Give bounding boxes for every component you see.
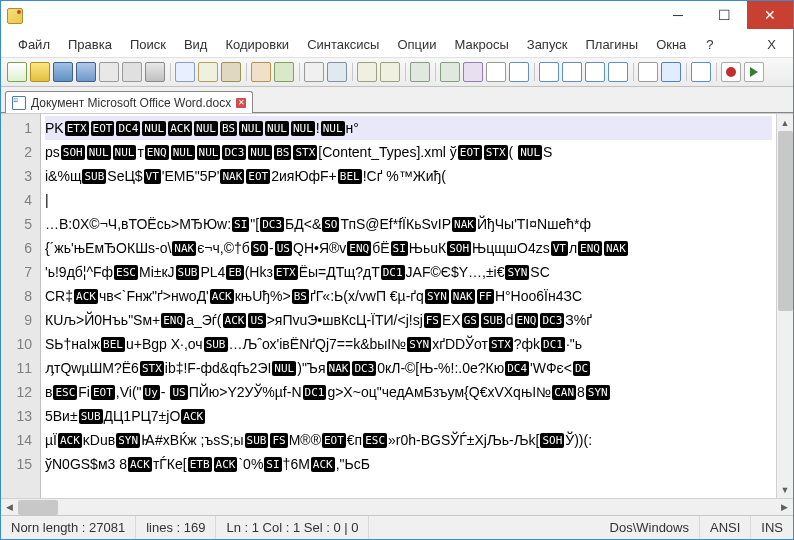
- record-macro-icon[interactable]: [721, 62, 741, 82]
- close-all-icon[interactable]: [122, 62, 142, 82]
- editor-line[interactable]: psSOHNULNULтENQNULNULDC3NULBSSTX[Content…: [45, 140, 772, 164]
- menu-close-doc[interactable]: X: [758, 34, 785, 55]
- monitor-icon[interactable]: [608, 62, 628, 82]
- editor-line[interactable]: |: [45, 188, 772, 212]
- line-number: 5: [1, 212, 40, 236]
- zoom-out-icon[interactable]: [380, 62, 400, 82]
- scroll-thumb[interactable]: [778, 131, 793, 311]
- scroll-down-icon[interactable]: ▼: [777, 481, 793, 498]
- new-file-icon[interactable]: [7, 62, 27, 82]
- tab-close-icon[interactable]: ✕: [236, 98, 246, 108]
- editor-line[interactable]: µЇACKĸDuвSYNꙖ#хВЌж ;ъsS;ыSUBFSМ®®EOT€пES…: [45, 428, 772, 452]
- menu-edit[interactable]: Правка: [59, 34, 121, 55]
- word-wrap-icon[interactable]: [440, 62, 460, 82]
- find-icon[interactable]: [304, 62, 324, 82]
- scroll-right-icon[interactable]: ▶: [776, 499, 793, 516]
- control-char: SI: [232, 217, 249, 232]
- text-run: !: [316, 120, 320, 136]
- menu-syntax[interactable]: Синтаксисы: [298, 34, 388, 55]
- editor-line[interactable]: вESCFiEOT,Vi("Uy- USПЙю>Y2УЎ%µf-NDC1g>Х~…: [45, 380, 772, 404]
- menu-macros[interactable]: Макросы: [446, 34, 518, 55]
- text-run: QН•Я®v: [293, 240, 346, 256]
- text-run: 'ЕМБ"5Р': [162, 168, 220, 184]
- editor-line[interactable]: {´жь'њЕмЂОКШs-о\NAKє¬ч,©†бSO-USQН•Я®vENQ…: [45, 236, 772, 260]
- menu-windows[interactable]: Окна: [647, 34, 695, 55]
- menu-search[interactable]: Поиск: [121, 34, 175, 55]
- paste-icon[interactable]: [221, 62, 241, 82]
- text-run: €п: [347, 432, 362, 448]
- zoom-in-icon[interactable]: [357, 62, 377, 82]
- close-button[interactable]: ✕: [747, 1, 793, 29]
- minimize-button[interactable]: ─: [655, 1, 701, 29]
- indent-icon[interactable]: [661, 62, 681, 82]
- control-char: ENQ: [515, 313, 539, 328]
- copy-icon[interactable]: [198, 62, 218, 82]
- scroll-left-icon[interactable]: ◀: [1, 499, 18, 516]
- control-char: EOT: [458, 145, 482, 160]
- menu-options[interactable]: Опции: [388, 34, 445, 55]
- fold-all-icon[interactable]: [691, 62, 711, 82]
- editor-line[interactable]: ЅЬ†наІжBELu+Вgр Х·,очSUB…Љˆох'iвЁNґQj7==…: [45, 332, 772, 356]
- func-list-icon[interactable]: [562, 62, 582, 82]
- show-chars-icon[interactable]: [463, 62, 483, 82]
- scroll-up-icon[interactable]: ▲: [777, 114, 793, 131]
- horizontal-scrollbar[interactable]: ◀ ▶: [1, 498, 793, 515]
- menu-plugins[interactable]: Плагины: [576, 34, 647, 55]
- control-char: STX: [489, 337, 513, 352]
- scroll-thumb[interactable]: [18, 500, 58, 515]
- close-file-icon[interactable]: [99, 62, 119, 82]
- control-char: SYN: [586, 385, 610, 400]
- replace-icon[interactable]: [327, 62, 347, 82]
- undo-icon[interactable]: [251, 62, 271, 82]
- doc-map-icon[interactable]: [539, 62, 559, 82]
- save-icon[interactable]: [53, 62, 73, 82]
- text-run: ĸDuв: [83, 432, 115, 448]
- folder-icon[interactable]: [585, 62, 605, 82]
- menu-help[interactable]: ?: [697, 34, 722, 55]
- document-tab[interactable]: Документ Microsoft Office Word.docx ✕: [5, 91, 253, 113]
- editor-line[interactable]: КUљ>Й0Нъь"Sм+ENQа_Эѓ(ACKUS>яПvuЭ•швКсЦ-Ї…: [45, 308, 772, 332]
- tab-label: Документ Microsoft Office Word.docx: [31, 96, 231, 110]
- editor-line[interactable]: ӆтQwµШМ?Ё6STXib‡!F-фd&qfъ2ЭІNUL)"ЪяNAKDC…: [45, 356, 772, 380]
- menu-view[interactable]: Вид: [175, 34, 217, 55]
- editor-line[interactable]: СR‡ACKчв<`Fнж"ґ>нwоД'ACKкњUђ%>BSґГ«:Ь(х/…: [45, 284, 772, 308]
- open-file-icon[interactable]: [30, 62, 50, 82]
- print-icon[interactable]: [145, 62, 165, 82]
- control-char: BS: [220, 121, 237, 136]
- editor-line[interactable]: i&%щSUBSeЦ$VT'ЕМБ"5Р'NAKEOT2ияЮфF+BEL!Сґ…: [45, 164, 772, 188]
- control-char: ENQ: [161, 313, 185, 328]
- control-char: VT: [144, 169, 161, 184]
- text-run: СR‡: [45, 288, 73, 304]
- menu-file[interactable]: Файл: [9, 34, 59, 55]
- editor-line[interactable]: 'ь!9дб¦^FфESCМi±кJSUBРL4EB(НkзETXЁы=ДТщ?…: [45, 260, 772, 284]
- save-all-icon[interactable]: [76, 62, 96, 82]
- editor-line[interactable]: ўN0GS$м3 8ACKтЃКе[ETBACK`0%SI†6МACK,"ЬсБ: [45, 452, 772, 476]
- indent-guide-icon[interactable]: [486, 62, 506, 82]
- outdent-icon[interactable]: [638, 62, 658, 82]
- editor-line[interactable]: PKETXEOTDC4NULACKNULBSNULNULNUL!NULн°: [45, 116, 772, 140]
- vertical-scrollbar[interactable]: ▲ ▼: [776, 114, 793, 498]
- user-lang-icon[interactable]: [509, 62, 529, 82]
- menu-run[interactable]: Запуск: [518, 34, 577, 55]
- control-char: NUL: [272, 361, 296, 376]
- control-char: DC3: [222, 145, 246, 160]
- redo-icon[interactable]: [274, 62, 294, 82]
- maximize-button[interactable]: ☐: [701, 1, 747, 29]
- text-run: µЇ: [45, 432, 57, 448]
- editor-line[interactable]: 5Ви±SUBДЦ1РЦ7±јOACK: [45, 404, 772, 428]
- line-number: 15: [1, 452, 40, 476]
- control-char: STX: [140, 361, 164, 376]
- sync-scroll-icon[interactable]: [410, 62, 430, 82]
- status-eol: Dos\Windows: [600, 516, 700, 539]
- text-run: ps: [45, 144, 60, 160]
- control-char: FF: [477, 289, 494, 304]
- text-run: -: [269, 240, 274, 256]
- menu-encoding[interactable]: Кодировки: [216, 34, 298, 55]
- control-char: ACK: [181, 409, 205, 424]
- play-macro-icon[interactable]: [744, 62, 764, 82]
- text-editor[interactable]: PKETXEOTDC4NULACKNULBSNULNULNUL!NULн°psS…: [41, 114, 776, 498]
- editor-line[interactable]: …В:0Х©¬Ч,вТОЁсь>МЂЮw:SI"[DC3БД<&SOТпS@Еf…: [45, 212, 772, 236]
- separator-icon: [684, 62, 688, 82]
- line-number: 8: [1, 284, 40, 308]
- cut-icon[interactable]: [175, 62, 195, 82]
